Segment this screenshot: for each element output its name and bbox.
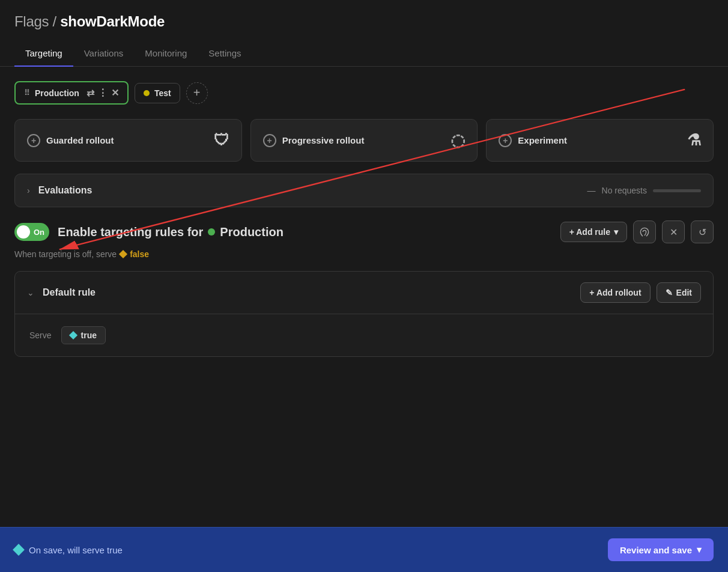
- targeting-title: Enable targeting rules for Production: [58, 225, 284, 239]
- progressive-rollout-card[interactable]: + Progressive rollout ◌: [250, 119, 478, 162]
- targeting-row: On Enable targeting rules for Production…: [14, 221, 714, 243]
- evaluations-title: Evaluations: [38, 185, 93, 196]
- targeting-toggle[interactable]: On: [14, 223, 49, 241]
- tab-monitoring[interactable]: Monitoring: [134, 41, 198, 67]
- diamond-cyan-icon: [69, 331, 77, 339]
- add-circle-experiment: +: [499, 134, 512, 147]
- evaluations-left: › Evaluations: [27, 185, 92, 196]
- tab-settings[interactable]: Settings: [198, 41, 252, 67]
- default-rule-actions: + Add rollout ✎ Edit: [580, 282, 701, 303]
- edit-button[interactable]: ✎ Edit: [657, 282, 701, 303]
- chevron-down-rule-icon[interactable]: ⌄: [27, 288, 34, 297]
- pencil-icon: ✎: [666, 288, 673, 297]
- env-tab-production-actions: ⇄ ⋮ ✕: [86, 87, 119, 99]
- env-dot-test: [144, 90, 150, 96]
- add-rule-label: + Add rule: [569, 227, 610, 237]
- env-tab-test[interactable]: Test: [135, 83, 180, 103]
- when-off-value: false: [130, 249, 149, 259]
- no-requests-label: No requests: [602, 186, 647, 195]
- targeting-left: On Enable targeting rules for Production: [14, 223, 284, 241]
- experiment-left: + Experiment: [499, 134, 567, 147]
- experiment-card[interactable]: + Experiment ⚗: [486, 119, 714, 162]
- env-tab-test-label: Test: [154, 88, 171, 98]
- evaluation-bar: [653, 189, 701, 192]
- toggle-label: On: [34, 228, 44, 237]
- add-environment-button[interactable]: +: [186, 82, 208, 104]
- clear-icon-button[interactable]: ✕: [662, 221, 685, 243]
- chevron-down-icon: ▾: [614, 227, 618, 237]
- add-rollout-button[interactable]: + Add rollout: [580, 282, 650, 303]
- evaluations-right: — No requests: [587, 186, 701, 195]
- chevron-right-icon[interactable]: ›: [27, 186, 30, 195]
- guarded-rollout-label: Guarded rollout: [46, 135, 114, 145]
- close-icon[interactable]: ✕: [111, 87, 119, 99]
- default-rule-left: ⌄ Default rule: [27, 287, 96, 298]
- rollout-cards: + Guarded rollout 🛡 + Progressive rollou…: [14, 119, 714, 162]
- production-dot-icon: [208, 228, 215, 236]
- flask-icon: ⚗: [687, 131, 701, 150]
- grid-icon: ⠿: [24, 88, 30, 97]
- env-tab-production[interactable]: ⠿ Production ⇄ ⋮ ✕: [14, 81, 129, 105]
- more-icon[interactable]: ⋮: [98, 87, 108, 99]
- serve-value: true: [81, 330, 97, 340]
- review-and-save-button[interactable]: Review and save ▾: [608, 538, 714, 561]
- dash-icon: —: [587, 186, 596, 195]
- default-rule-title: Default rule: [43, 287, 96, 298]
- serve-label: Serve: [29, 330, 52, 340]
- tabs-bar: Targeting Variations Monitoring Settings: [0, 41, 728, 67]
- shield-icon: 🛡: [214, 131, 229, 150]
- edit-label: Edit: [676, 288, 692, 297]
- progressive-rollout-left: + Progressive rollout: [263, 134, 365, 147]
- history-icon-button[interactable]: ↺: [691, 221, 714, 243]
- guarded-rollout-left: + Guarded rollout: [27, 134, 114, 147]
- flags-breadcrumb: Flags /: [14, 13, 56, 29]
- add-circle-guarded: +: [27, 134, 40, 147]
- evaluations-section: › Evaluations — No requests: [14, 174, 714, 207]
- flag-name: showDarkMode: [60, 13, 165, 29]
- fingerprint-icon-button[interactable]: [633, 221, 656, 243]
- targeting-title-prefix: Enable targeting rules for: [58, 225, 203, 239]
- main-content: ⠿ Production ⇄ ⋮ ✕ Test + + Guarded roll…: [0, 67, 728, 371]
- tab-targeting[interactable]: Targeting: [14, 41, 73, 67]
- targeting-env-label: Production: [220, 225, 284, 239]
- when-off-prefix: When targeting is off, serve: [14, 249, 117, 259]
- swap-icon[interactable]: ⇄: [86, 87, 94, 99]
- bottom-bar: On save, will serve true Review and save…: [0, 527, 728, 572]
- targeting-actions: + Add rule ▾ ✕ ↺: [560, 221, 714, 243]
- diamond-yellow-icon: [119, 250, 127, 258]
- toggle-circle: [17, 225, 30, 239]
- chevron-down-save-icon: ▾: [697, 544, 702, 555]
- progress-circle-icon: ◌: [450, 130, 465, 150]
- guarded-rollout-card[interactable]: + Guarded rollout 🛡: [14, 119, 242, 162]
- add-rule-button[interactable]: + Add rule ▾: [560, 222, 627, 242]
- tab-variations[interactable]: Variations: [73, 41, 135, 67]
- default-rule-section: ⌄ Default rule + Add rollout ✎ Edit Serv…: [14, 271, 714, 357]
- review-save-label: Review and save: [620, 545, 692, 555]
- progressive-rollout-label: Progressive rollout: [282, 135, 365, 145]
- serve-value-badge: true: [61, 326, 106, 344]
- save-message: On save, will serve true: [29, 545, 123, 555]
- environment-tabs: ⠿ Production ⇄ ⋮ ✕ Test +: [14, 81, 714, 105]
- bottom-bar-message: On save, will serve true: [14, 545, 123, 555]
- experiment-label: Experiment: [518, 135, 567, 145]
- page-header: Flags / showDarkMode: [0, 0, 728, 30]
- add-rollout-label: + Add rollout: [589, 288, 641, 297]
- when-targeting-off: When targeting is off, serve false: [14, 249, 714, 259]
- add-circle-progressive: +: [263, 134, 276, 147]
- default-rule-body: Serve true: [15, 314, 713, 356]
- env-tab-production-label: Production: [35, 88, 79, 98]
- default-rule-header: ⌄ Default rule + Add rollout ✎ Edit: [15, 272, 713, 314]
- diamond-cyan-lg-icon: [13, 544, 25, 556]
